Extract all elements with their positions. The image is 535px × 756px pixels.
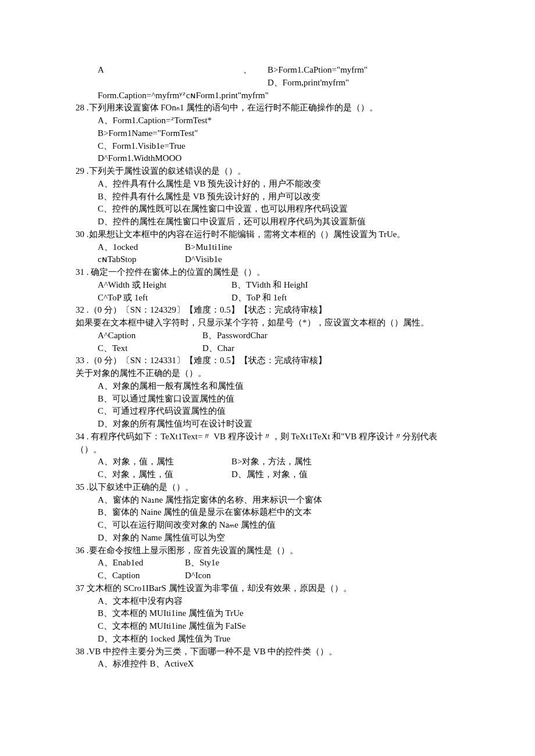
q37-opt-d: D、文本框的 1ocked 属性值为 True <box>76 633 459 646</box>
q37-opt-a: A、文本框中没有内容 <box>76 595 459 608</box>
q34-line-cd: C、对象，属性，值 D、属性，对象，值 <box>76 468 459 481</box>
q28-opt-a: A、Form1.Caption=ᶻTormTest* <box>76 114 459 127</box>
q35-opt-c: C、可以在运行期间改变对象的 Naₘe 属性的值 <box>76 519 459 532</box>
q34-opt-a: A、对象，值，属性 <box>98 456 231 468</box>
q27-line-ab: A 、 B>Form1.CaPtion="myfrm" <box>76 64 459 77</box>
q33-stem1: 33 .（0 分）〔SN：124331〕【难度：0.5】【状态：完成待审核】 <box>76 354 459 367</box>
q30-opt-b: B>Mu1ti1ine <box>185 241 232 254</box>
q32-opt-a: A^Caption <box>98 329 202 342</box>
q27-opt-b: B>Form1.CaPtion="myfrm" <box>268 64 368 77</box>
q36-line-cd: C、Caption D^Icon <box>76 569 459 582</box>
q36-line-ab: A、Enab1ed B、Sty1e <box>76 557 459 569</box>
q31-opt-c: C^ToP 或 1eft <box>98 292 231 304</box>
q37-opt-c: C、文本框的 MUIti1ine 属性值为 FaISe <box>76 620 459 633</box>
q38-opt-a: A、标准控件 B、ActiveX <box>76 658 459 671</box>
q27-opt-d: D、Form,print'myfrm" <box>268 77 349 89</box>
q27-opt-a: A <box>98 64 243 77</box>
q27-line3: Form.Caption=^myfrmʸᶻcɴForm1.print"myfrm… <box>76 89 459 102</box>
q31-line-cd: C^ToP 或 1eft D、ToP 和 1eft <box>76 292 459 304</box>
q31-stem: 31 . 确定一个控件在窗体上的位置的属性是（）。 <box>76 266 459 279</box>
q37-opt-b: B、文本框的 MUIti1ine 属性值为 TrUe <box>76 607 459 620</box>
q33-opt-c: C、可通过程序代码设置属性的值 <box>76 405 459 418</box>
q36-opt-c: C、Caption <box>98 569 185 582</box>
q29-opt-a: A、控件具有什么属性是 VB 预先设计好的，用户不能改变 <box>76 178 459 191</box>
q32-line-ab: A^Caption B、PasswordChar <box>76 329 459 342</box>
q28-stem: 28 .下列用来设置窗体 FOnₙ1 属性的语句中，在运行时不能正确操作的是（）… <box>76 102 459 114</box>
q30-line-ab: A、1ocked B>Mu1ti1ine <box>76 241 459 254</box>
q30-opt-a: A、1ocked <box>98 241 185 254</box>
q36-opt-b: B、Sty1e <box>185 557 219 569</box>
q37-stem: 37 文木框的 SCro1IBarS 属性设置为非零值，却没有效果，原因是（）。 <box>76 582 459 595</box>
q36-stem: 36 .要在命令按纽上显示图形，应首先设置的属性是（）。 <box>76 544 459 557</box>
q38-stem: 38 .VB 中控件主要分为三类，下面哪一种不是 VB 中的控件类（）。 <box>76 646 459 658</box>
q29-opt-d: D、控件的属性在属性窗口中设置后，还可以用程序代码为其设置新值 <box>76 216 459 228</box>
q33-opt-a: A、对象的属相一般有属性名和属性值 <box>76 380 459 393</box>
q30-opt-c: cɴTabStop <box>98 253 185 266</box>
q31-opt-a: A^Width 或 Height <box>98 279 231 292</box>
q34-line-ab: A、对象，值，属性 B>对象，方法，属性 <box>76 456 459 468</box>
q28-opt-d: D^Form1.WidthMOOO <box>76 152 459 165</box>
q36-opt-d: D^Icon <box>185 569 211 582</box>
q29-stem: 29 .下列关于属性设置的叙述错误的是（）。 <box>76 165 459 178</box>
q33-stem2: 关于对象的属性不正确的是（）。 <box>76 367 459 380</box>
q28-opt-b: B>Form1Name="FormTest" <box>76 127 459 140</box>
q31-opt-b: B、TVidth 和 HeighI <box>231 279 308 292</box>
q27-line-d: D、Form,print'myfrm" <box>76 77 459 89</box>
q32-opt-b: B、PasswordChar <box>202 329 268 342</box>
q29-opt-b: B、控件具有什么属性是 VB 预先设计好的，用户可以改变 <box>76 191 459 203</box>
q33-opt-b: B、可以通过属性窗口设置属性的值 <box>76 393 459 406</box>
q35-opt-a: A、窗体的 Na₁ne 属性指定窗体的名称、用来标识一个窗体 <box>76 494 459 507</box>
q30-line-cd: cɴTabStop D^Visib1e <box>76 253 459 266</box>
q35-stem: 35 .以下叙述中正确的是（）。 <box>76 481 459 494</box>
q27-sep: 、 <box>243 64 268 77</box>
q32-stem2: 如果要在文本框中键入字符时，只显示某个字符，如星号（*），应设置文本框的（）属性… <box>76 317 459 329</box>
q32-stem1: 32 .（0 分）〔SN：124329〕【难度：0.5】【状态：完成待审核】 <box>76 304 459 317</box>
q34-opt-d: D、属性，对象，值 <box>231 468 308 481</box>
q35-opt-b: B、窗体的 Naine 属性的值是显示在窗体标题栏中的文本 <box>76 506 459 519</box>
q34-stem: 34 . 有程序代码如下：TeXt1Text=〃 VB 程序设计〃，则 TeXt… <box>76 431 459 456</box>
q31-line-ab: A^Width 或 Height B、TVidth 和 HeighI <box>76 279 459 292</box>
q35-opt-d: D、对象的 Name 属性值可以为空 <box>76 532 459 544</box>
q32-opt-d: D、Char <box>202 342 234 355</box>
q30-opt-d: D^Visib1e <box>185 253 222 266</box>
q36-opt-a: A、Enab1ed <box>98 557 185 569</box>
q32-opt-c: C、Text <box>98 342 202 355</box>
q34-opt-c: C、对象，属性，值 <box>98 468 231 481</box>
q34-opt-b: B>对象，方法，属性 <box>231 456 312 468</box>
q32-line-cd: C、Text D、Char <box>76 342 459 355</box>
q29-opt-c: C、控件的属性既可以在属性窗口中设置，也可以用程序代码设置 <box>76 203 459 216</box>
q30-stem: 30 .如果想让文本框中的内容在运行时不能编辑，需将文本框的（）属性设置为 Tr… <box>76 228 459 241</box>
q33-opt-d: D、对象的所有属性值均可在设计时设置 <box>76 418 459 431</box>
q31-opt-d: D、ToP 和 1eft <box>231 292 287 304</box>
q28-opt-c: C、Form1.Visib1e=True <box>76 140 459 153</box>
